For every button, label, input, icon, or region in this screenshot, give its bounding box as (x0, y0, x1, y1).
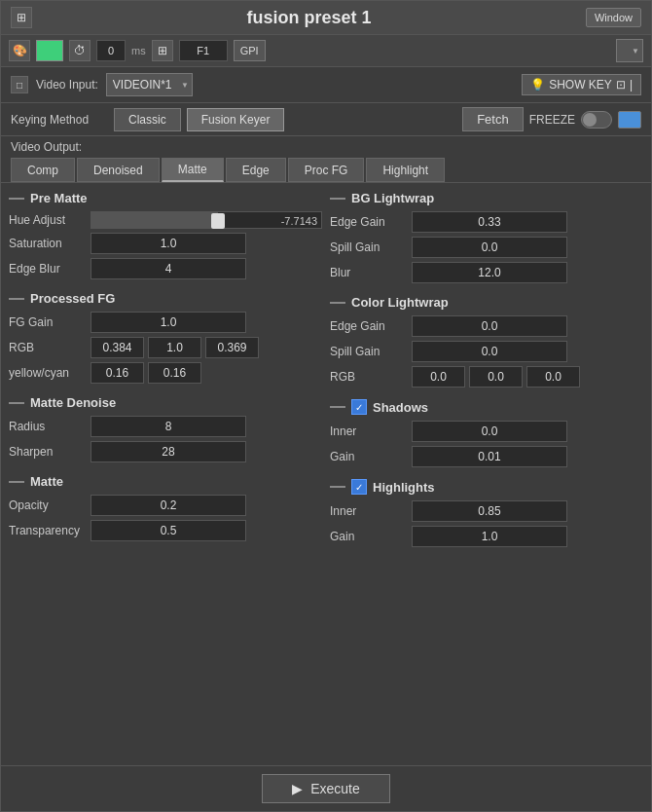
cl-rgb-b[interactable] (526, 366, 580, 388)
cl-rgb-g[interactable] (469, 366, 523, 388)
cl-spill-gain-row: Spill Gain (330, 341, 643, 362)
cl-spill-gain-label: Spill Gain (330, 345, 408, 358)
shadows-checkbox-row: ✓ Shadows (330, 399, 643, 415)
tab-proc-fg[interactable]: Proc FG (288, 158, 365, 182)
grid-icon[interactable]: ⊞ (152, 40, 173, 61)
video-input-select[interactable]: VIDEOIN*1 (106, 73, 193, 96)
matte-title: Matte (30, 474, 63, 489)
hue-adjust-thumb[interactable] (211, 213, 225, 229)
matte-section: Matte Opacity Transparency (9, 474, 322, 545)
matte-header: Matte (9, 474, 322, 489)
frame-number[interactable] (96, 40, 126, 61)
transparency-input[interactable] (91, 520, 246, 541)
pre-matte-section: Pre Matte Hue Adjust -7.7143 Saturation (9, 191, 322, 283)
edge-blur-label: Edge Blur (9, 262, 87, 276)
highlights-inner-input[interactable] (412, 500, 567, 522)
video-input-label: Video Input: (36, 78, 98, 92)
shadows-gain-input[interactable] (412, 446, 567, 467)
sharpen-label: Sharpen (9, 445, 87, 459)
bg-blur-input[interactable] (412, 262, 567, 283)
show-key-label: SHOW KEY (549, 78, 612, 92)
freeze-active-btn[interactable] (618, 111, 641, 129)
radius-input[interactable] (91, 416, 246, 437)
fg-gain-row: FG Gain (9, 312, 322, 333)
page-title: fusion preset 1 (32, 8, 586, 28)
check-icon: ✓ (355, 402, 363, 413)
tab-edge[interactable]: Edge (226, 158, 286, 182)
f-value-input[interactable] (179, 40, 228, 61)
fg-gain-input[interactable] (91, 312, 246, 333)
expand-icon[interactable]: ⊞ (11, 7, 32, 28)
saturation-input[interactable] (91, 233, 246, 254)
section-dash2 (9, 298, 24, 300)
yellow-cyan-val2[interactable] (148, 362, 201, 384)
tab-matte[interactable]: Matte (162, 158, 224, 182)
highlights-checkbox[interactable]: ✓ (351, 479, 367, 495)
toolbar-select[interactable] (616, 39, 643, 62)
clock-icon[interactable]: ⏱ (69, 40, 91, 61)
fetch-button[interactable]: Fetch (462, 107, 524, 131)
bg-lightwrap-title: BG Lightwrap (351, 191, 434, 205)
bg-spill-gain-input[interactable] (412, 237, 567, 258)
execute-button[interactable]: ▶ Execute (262, 774, 390, 803)
section-dash7 (330, 406, 345, 408)
freeze-toggle[interactable] (581, 111, 612, 129)
check-icon2: ✓ (355, 482, 363, 493)
execute-label: Execute (310, 781, 360, 796)
color-lightwrap-header: Color Lightwrap (330, 295, 643, 310)
color-swatch[interactable] (36, 40, 63, 61)
execute-icon: ▶ (292, 781, 303, 796)
cl-rgb-row: RGB (330, 366, 643, 388)
yellow-cyan-row: yellow/cyan (9, 362, 322, 384)
left-column: Pre Matte Hue Adjust -7.7143 Saturation (9, 191, 322, 757)
opacity-row: Opacity (9, 495, 322, 516)
yellow-cyan-val1[interactable] (91, 362, 144, 384)
palette-icon[interactable]: 🎨 (9, 40, 30, 61)
bg-blur-row: Blur (330, 262, 643, 283)
cl-edge-gain-input[interactable] (412, 315, 567, 337)
fg-rgb-label: RGB (9, 341, 87, 354)
shadows-inner-input[interactable] (412, 421, 567, 442)
saturation-row: Saturation (9, 233, 322, 254)
color-lightwrap-title: Color Lightwrap (351, 295, 449, 310)
key-icon: 💡 (530, 78, 545, 92)
fg-rgb-g[interactable] (148, 337, 201, 358)
tab-highlight[interactable]: Highlight (366, 158, 445, 182)
fg-gain-label: FG Gain (9, 315, 87, 329)
classic-button[interactable]: Classic (114, 108, 181, 131)
fg-rgb-b[interactable] (205, 337, 259, 358)
header: ⊞ fusion preset 1 Window (1, 1, 651, 35)
cl-spill-gain-input[interactable] (412, 341, 567, 362)
highlights-gain-input[interactable] (412, 526, 567, 547)
fusion-keyer-button[interactable]: Fusion Keyer (187, 108, 285, 131)
toolbar-dropdown[interactable] (616, 39, 643, 62)
video-output-row: Video Output: Comp Denoised Matte Edge P… (1, 136, 651, 183)
opacity-input[interactable] (91, 495, 246, 516)
matte-denoise-section: Matte Denoise Radius Sharpen (9, 395, 322, 466)
edge-blur-input[interactable] (91, 258, 246, 279)
highlights-section: ✓ Highlights Inner Gain (330, 479, 643, 551)
video-input-select-wrapper[interactable]: VIDEOIN*1 (106, 73, 193, 96)
tab-denoised[interactable]: Denoised (77, 158, 160, 182)
show-key-button[interactable]: 💡 SHOW KEY ⊡ | (522, 74, 641, 95)
shadows-checkbox[interactable]: ✓ (351, 399, 367, 415)
window-button[interactable]: Window (586, 8, 641, 27)
transparency-row: Transparency (9, 520, 322, 541)
bg-edge-gain-input[interactable] (412, 211, 567, 233)
video-input-row: □ Video Input: VIDEOIN*1 💡 SHOW KEY ⊡ | (1, 67, 651, 103)
sharpen-input[interactable] (91, 441, 246, 462)
right-column: BG Lightwrap Edge Gain Spill Gain Blur (330, 191, 643, 757)
shadows-gain-label: Gain (330, 450, 408, 463)
processed-fg-title: Processed FG (30, 291, 115, 306)
gpi-button[interactable]: GPI (234, 40, 266, 61)
tabs-row: Comp Denoised Matte Edge Proc FG Highlig… (11, 158, 641, 182)
sharpen-row: Sharpen (9, 441, 322, 462)
fg-rgb-r[interactable] (91, 337, 144, 358)
hue-adjust-track[interactable]: -7.7143 (91, 211, 322, 229)
cl-rgb-r[interactable] (412, 366, 465, 388)
cl-edge-gain-row: Edge Gain (330, 315, 643, 337)
color-lightwrap-section: Color Lightwrap Edge Gain Spill Gain RGB (330, 295, 643, 391)
tab-comp[interactable]: Comp (11, 158, 75, 182)
freeze-row: FREEZE (529, 111, 641, 129)
processed-fg-header: Processed FG (9, 291, 322, 306)
